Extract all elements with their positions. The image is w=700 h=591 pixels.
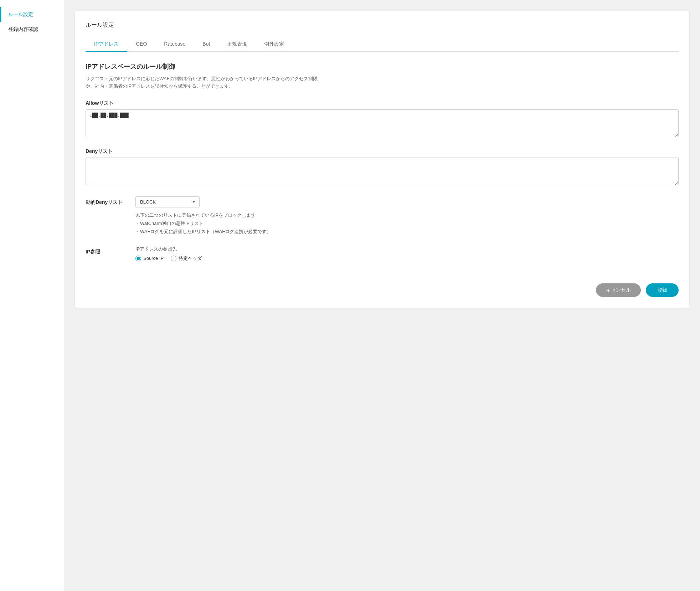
footer-actions: キャンセル 登録 xyxy=(86,276,679,297)
ip-ref-group: IP参照 IPアドレスの参照先 Source IP 特定ヘッダ xyxy=(86,246,679,262)
sidebar: ルール設定 登録内容確認 xyxy=(0,0,64,591)
hint-line-2: ・WafCharm独自の悪性IPリスト xyxy=(135,219,679,227)
tab-bot[interactable]: Bot xyxy=(194,37,218,52)
deny-list-label: Denyリスト xyxy=(86,148,679,155)
radio-source-ip-input[interactable] xyxy=(135,256,141,261)
ip-ref-radio-group: Source IP 特定ヘッダ xyxy=(135,255,679,262)
radio-specific-header[interactable]: 特定ヘッダ xyxy=(171,255,202,262)
allow-list-textarea[interactable]: 1██.██.███.███ xyxy=(86,109,679,137)
dynamic-deny-content: BLOCK MONITOR OFF ▼ 以下の二つのリストに登録されているIPを… xyxy=(135,196,679,236)
main-content: ルール設定 IPアドレス GEO Ratebase Bot 正規表現 例外設定 … xyxy=(64,0,700,591)
tab-ip[interactable]: IPアドレス xyxy=(86,37,127,52)
dynamic-deny-group: 動的Denyリスト BLOCK MONITOR OFF ▼ 以下の二つのリストに… xyxy=(86,196,679,236)
page-title: ルール設定 xyxy=(86,21,679,29)
cancel-button[interactable]: キャンセル xyxy=(596,283,641,297)
dynamic-deny-select-wrapper: BLOCK MONITOR OFF ▼ xyxy=(135,196,200,207)
tab-geo[interactable]: GEO xyxy=(127,37,155,52)
tab-exception[interactable]: 例外設定 xyxy=(256,37,293,52)
ip-section-description: リクエスト元のIPアドレスに応じたWAFの制御を行います。悪性がわかっているIP… xyxy=(86,75,679,90)
submit-button[interactable]: 登録 xyxy=(646,283,679,297)
deny-list-textarea[interactable] xyxy=(86,158,679,185)
tabs: IPアドレス GEO Ratebase Bot 正規表現 例外設定 xyxy=(86,37,679,52)
allow-list-group: Allowリスト 1██.██.███.███ xyxy=(86,100,679,138)
radio-source-ip-label: Source IP xyxy=(143,256,164,261)
dynamic-deny-hints: 以下の二つのリストに登録されているIPをブロックします ・WafCharm独自の… xyxy=(135,211,679,236)
dynamic-deny-label: 動的Denyリスト xyxy=(86,196,135,206)
ip-ref-label: IP参照 xyxy=(86,246,135,255)
tab-ratebase[interactable]: Ratebase xyxy=(155,37,194,52)
deny-list-group: Denyリスト xyxy=(86,148,679,186)
ip-ref-sublabel: IPアドレスの参照先 xyxy=(135,246,679,252)
card: ルール設定 IPアドレス GEO Ratebase Bot 正規表現 例外設定 … xyxy=(75,11,689,308)
hint-line-3: ・WAFログを元に評価したIPリスト（WAFログ連携が必要です） xyxy=(135,227,679,236)
sidebar-item-registration-confirm[interactable]: 登録内容確認 xyxy=(0,22,64,37)
ip-section-title: IPアドレスベースのルール制御 xyxy=(86,62,679,71)
tab-regex[interactable]: 正規表現 xyxy=(218,37,256,52)
radio-specific-header-label: 特定ヘッダ xyxy=(179,255,202,262)
sidebar-item-rule-settings[interactable]: ルール設定 xyxy=(0,7,64,22)
allow-list-label: Allowリスト xyxy=(86,100,679,107)
ip-ref-content: IPアドレスの参照先 Source IP 特定ヘッダ xyxy=(135,246,679,262)
hint-line-1: 以下の二つのリストに登録されているIPをブロックします xyxy=(135,211,679,219)
radio-specific-header-input[interactable] xyxy=(171,256,176,261)
radio-source-ip[interactable]: Source IP xyxy=(135,256,164,261)
dynamic-deny-select[interactable]: BLOCK MONITOR OFF xyxy=(135,196,200,207)
